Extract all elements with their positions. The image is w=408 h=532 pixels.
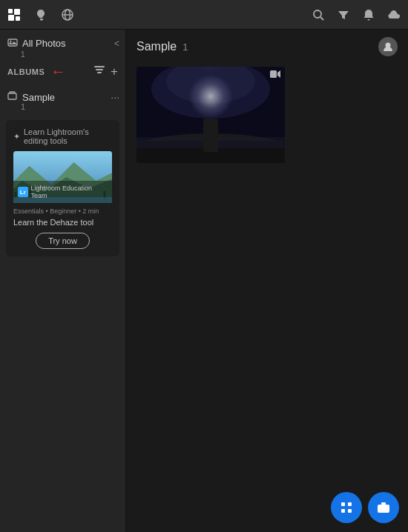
lr-badge: Lr — [18, 187, 28, 197]
svg-rect-33 — [341, 502, 345, 506]
album-more-icon[interactable]: ··· — [111, 91, 119, 103]
svg-rect-39 — [381, 502, 386, 505]
svg-rect-12 — [96, 69, 103, 70]
photo-grid — [126, 64, 408, 166]
svg-rect-3 — [16, 16, 20, 21]
cloud-icon[interactable] — [386, 7, 402, 23]
svg-point-30 — [207, 121, 214, 128]
lr-team-text: Lightroom Education Team — [31, 184, 108, 199]
photo-item-1[interactable] — [136, 67, 285, 163]
all-photos-count: 1 — [21, 50, 25, 59]
top-nav — [0, 0, 408, 30]
svg-point-7 — [314, 10, 321, 18]
svg-rect-35 — [341, 509, 345, 513]
learn-panel: ✦ Learn Lightroom's editing tools — [6, 120, 119, 256]
albums-actions: + — [94, 65, 118, 78]
sort-albums-icon[interactable] — [94, 66, 105, 77]
grid-icon[interactable] — [6, 7, 22, 23]
main-count: 1 — [182, 41, 188, 53]
svg-line-8 — [320, 17, 323, 20]
header-actions — [378, 37, 398, 56]
all-photos-item[interactable]: All Photos < 1 — [0, 30, 125, 54]
learn-bulb-icon: ✦ — [13, 132, 20, 142]
bell-icon[interactable] — [361, 7, 377, 23]
camera-button[interactable] — [368, 492, 399, 523]
svg-point-40 — [387, 505, 389, 507]
svg-rect-32 — [270, 70, 277, 78]
fab-container — [331, 492, 399, 523]
learn-title: ✦ Learn Lightroom's editing tools — [13, 127, 112, 145]
svg-rect-14 — [8, 93, 16, 99]
learn-title-text: Learn Lightroom's editing tools — [24, 127, 112, 145]
svg-rect-31 — [136, 137, 285, 148]
search-icon[interactable] — [310, 7, 326, 23]
learn-meta: Essentials • Beginner • 2 min — [13, 207, 112, 215]
learn-description: Learn the Dehaze tool — [13, 218, 112, 227]
try-now-button[interactable]: Try now — [36, 233, 90, 249]
svg-rect-0 — [8, 9, 13, 13]
album-icon — [7, 91, 17, 103]
add-album-icon[interactable]: + — [111, 65, 118, 78]
main-title: Sample — [136, 40, 177, 53]
all-photos-label: All Photos — [22, 38, 66, 49]
sidebar: All Photos < 1 ALBUMS ← + — [0, 30, 126, 532]
nav-left — [6, 7, 76, 23]
learn-overlay: Lr Lightroom Education Team — [13, 181, 112, 203]
svg-rect-29 — [206, 126, 215, 148]
collapse-button[interactable]: < — [114, 39, 119, 49]
svg-rect-34 — [348, 502, 352, 506]
album-count: 1 — [21, 102, 25, 111]
svg-point-10 — [10, 41, 11, 42]
red-arrow-indicator: ← — [50, 63, 65, 80]
main-header: Sample 1 — [126, 30, 408, 64]
import-button[interactable] — [331, 492, 362, 523]
photos-icon — [7, 37, 18, 50]
nav-right — [310, 7, 402, 23]
main-content: Sample 1 — [126, 30, 408, 532]
svg-point-26 — [188, 67, 233, 111]
svg-rect-2 — [8, 15, 14, 21]
user-avatar[interactable] — [378, 37, 398, 56]
svg-rect-11 — [94, 66, 105, 67]
globe-icon[interactable] — [59, 7, 76, 23]
lightbulb-icon[interactable] — [33, 7, 49, 23]
svg-rect-1 — [14, 9, 20, 15]
learn-thumbnail: Lr Lightroom Education Team — [13, 151, 112, 203]
filter-icon[interactable] — [335, 7, 352, 23]
app-layout: All Photos < 1 ALBUMS ← + — [0, 30, 408, 532]
album-name: Sample — [22, 92, 55, 103]
svg-rect-36 — [348, 509, 352, 513]
svg-rect-13 — [97, 72, 102, 73]
svg-rect-9 — [8, 39, 17, 46]
albums-header: ALBUMS ← + — [0, 57, 125, 86]
albums-label: ALBUMS — [7, 67, 45, 76]
album-item-sample[interactable]: Sample 1 ··· — [0, 86, 125, 108]
video-icon — [270, 70, 280, 81]
